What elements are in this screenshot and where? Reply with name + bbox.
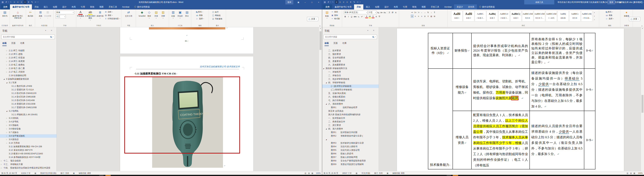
- format-icon-•≡[interactable]: •≡: [411, 11, 414, 14]
- table-cell[interactable]: 提供车床、电焊机、切割机、折弯机、剪板机、喷砂设备、试验台、动平衡试验机、探伤仪…: [472, 69, 530, 111]
- nav-item[interactable]: ◢3.1 车床: [0, 81, 56, 84]
- title-bar[interactable]: ▤↺▾↻≡≡≡≡⇕✎✏▾ 沧州滨海石油机械有限公司-技术标书.docx - Wo…: [0, 0, 322, 5]
- nav-item[interactable]: 3.1.7 普通车床-CW62100B: [0, 106, 56, 109]
- expand-arrow-icon[interactable]: ▷: [6, 120, 7, 124]
- button-另存为[interactable]: ▤另存为: [2, 10, 8, 18]
- nav-pane-options-icon[interactable]: ▾: [367, 30, 368, 31]
- table-cell[interactable]: 维修人员资质↵: [453, 111, 472, 169]
- nav-item[interactable]: ▷3.4 折弯机: [0, 120, 56, 124]
- style-↵标题 3...[interactable]: AaBbCcI↵标题 3...: [498, 11, 510, 22]
- format-icon-x₂[interactable]: x₂: [357, 15, 360, 18]
- search-options-icon[interactable]: ▾: [375, 36, 376, 38]
- zoom-level[interactable]: 100%: [637, 172, 643, 174]
- nav-search-input[interactable]: 在文档中搜索 ▾: [324, 35, 377, 39]
- nav-item[interactable]: 3.1.4 卧式车床-CW6163B: [0, 95, 56, 99]
- expand-arrow-icon[interactable]: ▷: [6, 134, 7, 138]
- collapse-arrow-icon[interactable]: ◢: [326, 127, 327, 131]
- ribbon-tab-表设计[interactable]: 表设计: [454, 5, 466, 10]
- nav-item[interactable]: 3.1.5 卧式车床-CA51408: [0, 99, 56, 102]
- vertical-scrollbar[interactable]: ▲: [319, 27, 322, 171]
- qat-icon-4[interactable]: ≡: [338, 0, 342, 4]
- nav-item[interactable]: 3.2.1 焊接机器人-M-10iA/81: [0, 113, 56, 116]
- style-标题 2[interactable]: AaBl标题 2: [463, 11, 474, 22]
- button-页边距[interactable]: ▣页边距▾: [177, 10, 184, 20]
- nav-item[interactable]: ◢四、详细评审标准:: [322, 81, 379, 84]
- nav-item[interactable]: ▷2.11 焊工-马朝阳: [0, 49, 56, 52]
- button-边框[interactable]: ⊞边框▾: [104, 11, 120, 13]
- scrollbar-thumb[interactable]: [642, 95, 644, 113]
- button-复制[interactable]: ▣复制: [331, 14, 340, 17]
- view-mode-icon-0[interactable]: ▥: [627, 172, 628, 174]
- checkbox-标尺[interactable]: ☐标尺: [212, 11, 222, 13]
- expand-arrow-icon[interactable]: ▷: [6, 116, 7, 120]
- document-page-87[interactable]: 沧州滨海石油机械有限公司-技术投标文件 ·3.11 油漆膜厚度检测仪-YM-CH…: [120, 56, 253, 171]
- nav-item[interactable]: ▷3.10 万用表: [0, 141, 56, 145]
- format-icon-≡[interactable]: ≡: [420, 15, 423, 18]
- login-button[interactable]: 登录: [608, 0, 615, 5]
- table-cell[interactable]: 描述的岗位人员提供齐全且符合要求得基础分 4 分，少提供一人在基础分上扣 0.5…: [530, 111, 584, 169]
- nav-item[interactable]: 附件4 法定代表人授权书: [322, 145, 379, 148]
- format-icon-ab[interactable]: ab: [368, 15, 371, 18]
- button-粘贴[interactable]: ▤粘贴▾: [324, 10, 330, 20]
- minimize-button[interactable]: –: [624, 0, 630, 5]
- inline-image-cropped[interactable]: [149, 27, 225, 29]
- nav-item[interactable]: ▷2.15 电工-杨青松: [0, 63, 56, 67]
- nav-pane-close-icon[interactable]: ×: [373, 29, 374, 32]
- style-标题 4[interactable]: AaBbC(标题 4: [510, 11, 522, 22]
- button-剪切[interactable]: ✂剪切: [331, 11, 340, 13]
- nav-item[interactable]: 附件1 远程开标会程序: [322, 106, 379, 109]
- format-icon-≣[interactable]: ≣: [424, 15, 426, 18]
- view-mode-icon-2[interactable]: ▦: [312, 172, 313, 174]
- button-替换[interactable]: ab替换: [196, 14, 204, 17]
- ribbon-tab-设计[interactable]: 设计: [60, 5, 69, 10]
- nav-item[interactable]: 三、报价要求: [322, 52, 379, 56]
- button-多级列表[interactable]: ≣多级列表▾: [96, 10, 104, 20]
- format-icon-A[interactable]: A: [365, 15, 368, 18]
- ribbon-tab-布局[interactable]: 布局: [69, 5, 78, 10]
- document-canvas[interactable]: 投标人资质证件（6分） ↵财务报告↵提供经会计事务所或审计机构出具的 2024 …: [379, 27, 641, 171]
- nav-item[interactable]: 3.1.2 普通车床-T2-011A: [0, 88, 56, 92]
- status-segment[interactable]: 辅助功能: 调查: [79, 172, 91, 174]
- button-底纹[interactable]: ▨底纹▾: [104, 14, 120, 17]
- status-segment[interactable]: 41834 个字: [21, 172, 30, 174]
- style-标题 1[interactable]: AaBl标题 1: [451, 11, 462, 22]
- nav-item[interactable]: 附件7 投标人的资格声明: [322, 155, 379, 159]
- qat-icon-9[interactable]: ✏: [356, 0, 360, 4]
- taskbar-item-active[interactable]: [453, 175, 458, 176]
- nav-item[interactable]: ▷十四、 投标项目符合招标文件规定的证明文件及投: [0, 166, 56, 170]
- ribbon-tab-审阅[interactable]: 审阅: [410, 5, 419, 10]
- ribbon-tab-开发工具[interactable]: 开发工具: [428, 5, 442, 10]
- status-segment[interactable]: 38597 个字: [342, 172, 352, 174]
- nav-item[interactable]: 3.11 油漆膜厚度检测仪-YM-CH-156: [0, 145, 56, 148]
- nav-search-input[interactable]: 在文档中搜索 ▾: [1, 35, 55, 39]
- nav-item[interactable]: ▷3.7 试验台: [0, 131, 56, 134]
- expand-arrow-icon[interactable]: ▷: [6, 67, 7, 70]
- collapse-ribbon-icon[interactable]: ▴: [642, 25, 642, 27]
- format-icon-A[interactable]: A: [372, 15, 374, 18]
- close-button[interactable]: ×: [315, 0, 322, 5]
- style-纯文本[interactable]: AaBbCcDd纯文本: [522, 11, 533, 22]
- qat-icon-6[interactable]: ≡: [346, 0, 349, 4]
- ribbon-tab-开始[interactable]: 开始: [354, 5, 363, 10]
- format-icon-A▾[interactable]: A▾: [380, 11, 383, 14]
- ribbon-tab-鑫晟宇标书汇专用[interactable]: 鑫晟宇标书汇专用: [10, 5, 32, 10]
- nav-item[interactable]: 3.1.1 数控车床-LP408: [0, 84, 56, 88]
- nav-item[interactable]: ◢3 设备和设施配套情况表: [0, 77, 56, 81]
- ribbon-tab-插入[interactable]: 插入: [363, 5, 372, 10]
- nav-item[interactable]: 三、初步评审审查标准: [322, 77, 379, 81]
- nav-item[interactable]: ▷3.5 剪板机: [0, 124, 56, 127]
- status-segment[interactable]: 辅助功能: 调查: [392, 172, 405, 174]
- format-icon-文[interactable]: 文: [388, 11, 391, 14]
- status-segment[interactable]: 修订: 关闭: [60, 172, 69, 174]
- expand-arrow-icon[interactable]: ▷: [1, 159, 2, 163]
- view-mode-icon-1[interactable]: ▤: [308, 172, 310, 174]
- format-icon-B[interactable]: B: [344, 15, 347, 18]
- search-icon[interactable]: [50, 36, 52, 38]
- collapse-arrow-icon[interactable]: ◢: [323, 67, 324, 70]
- button-文本突出显示颜色[interactable]: ab文本突出显示颜色▾: [84, 10, 96, 22]
- ribbon-tab-开发工具[interactable]: 开发工具: [106, 5, 120, 10]
- title-bar[interactable]: ▤↺▾↻≡≡≡≡⇕✎✏▾ 表格工具 华北石油工程公司2026年鄂尔多斯工区及南阳…: [322, 0, 644, 5]
- nav-item[interactable]: 附件5 法定代表人身份证明: [322, 148, 379, 152]
- button-SmartArt[interactable]: ◆SmartArt: [138, 10, 146, 18]
- qat-undo-dropdown-icon[interactable]: ▾: [330, 1, 331, 3]
